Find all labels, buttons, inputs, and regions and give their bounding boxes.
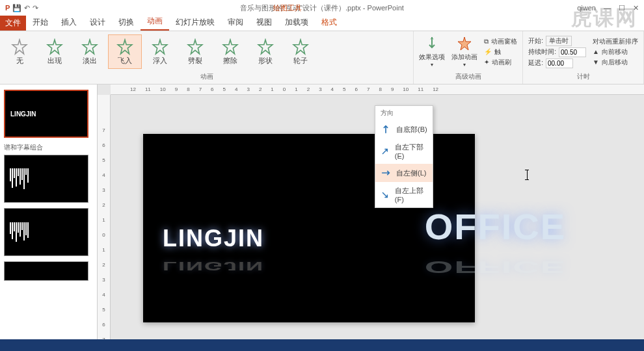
horizontal-ruler: 1211109876543210123456789101112 [111,84,644,95]
effect-options-button[interactable]: 效果选项 ▾ [416,33,448,70]
move-later-button[interactable]: ▼ 向后移动 [593,58,638,67]
arrow-upright-icon [381,146,390,157]
star-icon [186,38,204,56]
group-label-animation: 动画 [3,71,410,83]
star-icon [81,38,99,56]
delay-input[interactable] [546,58,573,68]
arrow-right-icon [381,168,391,178]
status-bar [0,339,644,351]
animation-painter-button[interactable]: ✦ 动画刷 [484,58,517,67]
animation-option[interactable]: 轮子 [284,34,317,69]
window-title: 音乐与图形的"互动"设计（课件）.pptx - PowerPoint [240,3,404,13]
duration-input[interactable] [559,47,586,57]
animation-option[interactable]: 飞入 [108,34,142,69]
section-label: 谱和字幕组合 [4,143,93,152]
bars-graphic [10,222,29,242]
dropdown-header: 方向 [375,106,433,120]
star-icon [46,38,64,56]
star-icon [10,38,29,56]
slide-thumbnail[interactable] [4,261,88,281]
ribbon-tabs: 文件 开始 插入 设计 切换 动画 幻灯片放映 审阅 视图 加载项 格式 [0,16,644,31]
add-animation-button[interactable]: 添加动画 ▾ [449,33,480,70]
star-icon [151,38,169,56]
slide-thumbnail[interactable] [4,155,88,203]
vertical-ruler: 765432101234567 [98,95,111,339]
tab-review[interactable]: 审阅 [221,14,250,31]
slide-text-lingjin[interactable]: LINGJIN [163,225,264,252]
dropdown-item[interactable]: 自底部(B) [375,120,433,138]
dropdown-item[interactable]: 自左侧(L) [375,164,433,182]
user-name[interactable]: qiwen [577,4,596,12]
animation-option[interactable]: 劈裂 [178,34,212,69]
tab-design[interactable]: 设计 [83,14,112,31]
animation-option[interactable]: 淡出 [73,34,107,69]
workspace: LINGJIN 谱和字幕组合 1211109876543210123456789… [0,84,644,339]
star-icon [291,38,310,56]
animation-option[interactable]: 出现 [38,34,72,69]
animation-option[interactable]: 浮入 [143,34,177,69]
qat: P 💾 ↶ ↷ [0,4,38,12]
animation-pane-button[interactable]: ⧉ 动画窗格 [484,37,517,46]
bars-graphic [10,168,29,189]
close-icon[interactable]: ✕ [633,4,639,12]
powerpoint-icon: P [5,4,10,12]
reorder-label: 对动画重新排序 [593,37,638,46]
tab-animations[interactable]: 动画 [141,13,169,31]
group-label-timing: 计时 [526,71,641,83]
tab-home[interactable]: 开始 [26,14,55,31]
file-tab[interactable]: 文件 [0,15,26,31]
ribbon: 无出现淡出飞入浮入劈裂擦除形状轮子 动画 效果选项 ▾ 添加动画 ▾ ⧉ 动画窗… [0,31,644,84]
minimize-icon[interactable]: — [604,4,611,12]
slide-text-office[interactable]: OFFICE [425,205,566,248]
slide-thumbnail[interactable] [4,208,88,256]
contextual-tab-label: 绘图工具 [273,3,302,13]
animation-option[interactable]: 擦除 [213,34,247,69]
arrow-up-icon [381,124,391,135]
tab-view[interactable]: 视图 [250,14,278,31]
slide-thumbnail-panel[interactable]: LINGJIN 谱和字幕组合 [0,84,98,339]
save-icon[interactable]: 💾 [12,4,21,12]
tab-slideshow[interactable]: 幻灯片放映 [169,14,221,31]
trigger-button[interactable]: ⚡ 触 [484,47,517,57]
animation-option[interactable]: 形状 [248,34,282,69]
title-bar: P 💾 ↶ ↷ 音乐与图形的"互动"设计（课件）.pptx - PowerPoi… [0,0,644,16]
tab-transitions[interactable]: 切换 [112,14,141,31]
group-label-advanced: 高级动画 [416,71,520,83]
arrow-downright-icon [381,190,390,200]
effect-options-dropdown: 方向 自底部(B)自左下部(E)自左侧(L)自左上部(F) [375,105,433,208]
start-label: 开始: [528,36,543,46]
maximize-icon[interactable]: ☐ [619,4,625,12]
delay-label: 延迟: [528,58,543,68]
move-earlier-button[interactable]: ▲ 向前移动 [593,47,638,57]
duration-label: 持续时间: [528,47,556,57]
dropdown-item[interactable]: 自左上部(F) [375,182,433,207]
dropdown-item[interactable]: 自左下部(E) [375,138,433,164]
tab-format[interactable]: 格式 [315,14,343,31]
add-animation-icon [457,36,472,51]
undo-icon[interactable]: ↶ [24,4,30,12]
start-value[interactable]: 单击时 [546,36,572,46]
animation-option[interactable]: 无 [3,34,36,69]
star-icon [221,38,239,56]
effect-options-icon [424,36,440,51]
tab-addins[interactable]: 加载项 [278,14,315,31]
tab-insert[interactable]: 插入 [55,14,83,31]
star-icon [116,38,134,56]
slide-thumbnail[interactable]: LINGJIN [4,90,88,138]
text-cursor [527,170,528,180]
thumb-text: LINGJIN [10,110,36,118]
star-icon [256,38,275,56]
slide-editor[interactable]: 1211109876543210123456789101112 76543210… [98,84,644,339]
redo-icon[interactable]: ↷ [33,4,38,12]
